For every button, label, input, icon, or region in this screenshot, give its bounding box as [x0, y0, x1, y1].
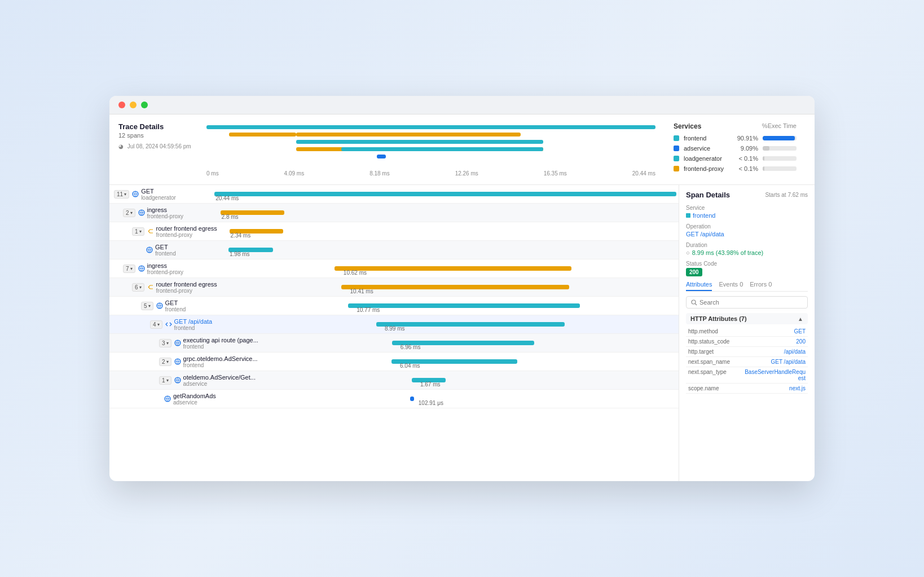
service-pct-frontend: 90.91% [736, 135, 758, 142]
span-name-12: getRandomAds adservice [173, 393, 247, 406]
span-row-8[interactable]: 4 ▾ GET /api/data frontend [109, 315, 679, 334]
service-bar-fill-adservice [763, 146, 769, 151]
span-duration-3: 2.34 ms [231, 232, 251, 239]
services-title: Services [674, 122, 701, 130]
search-input[interactable] [699, 299, 803, 306]
span-count-3[interactable]: 1 ▾ [132, 227, 144, 236]
span-duration-9: 6.96 ms [401, 344, 421, 350]
span-count-5[interactable]: 7 ▾ [123, 265, 135, 273]
ov-bar-4 [296, 140, 543, 144]
span-bar-12 [410, 397, 415, 401]
span-indent-1: 11 ▾ GET loadgenerator [112, 188, 214, 201]
globe-icon-2 [138, 209, 146, 217]
span-indent-10: 2 ▾ grpc.oteldemo.AdService... fron [112, 355, 258, 368]
span-details-header: Span Details Starts at 7.62 ms [686, 191, 808, 199]
service-color-dot [686, 213, 690, 218]
detail-duration: Duration ○ 8.99 ms (43.98% of trace) [686, 242, 808, 256]
service-pct-loadgenerator: < 0.1% [736, 155, 758, 162]
span-indent-12: getRandomAds adservice [112, 393, 247, 406]
span-row-7: 5 ▾ GET frontend [109, 297, 679, 315]
span-indent-4: GET frontend [112, 244, 228, 257]
span-timeline-6: 10.41 ms [230, 278, 676, 296]
span-name-5: ingress frontend-proxy [147, 262, 221, 275]
globe-icon-9 [174, 339, 182, 347]
span-count-11[interactable]: 1 ▾ [159, 376, 171, 385]
detail-service-label: Service [686, 205, 808, 211]
span-name-11: oteldemo.AdService/Get... adservice [183, 374, 257, 387]
detail-service-value: frontend [693, 212, 715, 219]
trace-timeline-area: 0 ms 4.09 ms 8.18 ms 12.26 ms 16.35 ms 2… [206, 122, 655, 177]
span-name-2: ingress frontend-proxy [147, 206, 221, 219]
span-count-9[interactable]: 3 ▾ [159, 339, 171, 347]
span-duration-6: 10.41 ms [350, 288, 373, 294]
service-bar-adservice [763, 146, 797, 151]
route-icon-1 [147, 227, 155, 235]
span-duration-12: 102.91 μs [419, 400, 443, 406]
span-row-3: 1 ▾ router frontend egress frontend-prox… [109, 222, 679, 241]
span-duration-11: 1.67 ms [420, 381, 441, 387]
span-count-8[interactable]: 4 ▾ [150, 320, 162, 329]
attr-list: http.method GET http.status_code 200 htt… [686, 327, 808, 394]
span-name-9: executing api route (page... frontend [183, 337, 258, 350]
detail-duration-value: 8.99 ms (43.98% of trace) [692, 249, 764, 256]
dot-yellow[interactable] [130, 102, 137, 108]
service-pct-frontend-proxy: < 0.1% [736, 165, 758, 172]
span-indent-2: 2 ▾ ingress frontend-proxy [112, 206, 221, 219]
span-count-1[interactable]: 11 ▾ [114, 190, 129, 199]
attr-row-next-span-name: next.span_name GET /api/data [686, 357, 808, 367]
tab-events[interactable]: Events 0 [719, 281, 743, 291]
globe-icon-12 [164, 395, 171, 403]
service-bar-fill-loadgenerator [763, 156, 764, 161]
main-content: Trace Details 12 spans ◕ Jul 08, 2024 04… [109, 114, 815, 481]
svg-point-9 [692, 300, 696, 304]
spans-list: 11 ▾ GET loadgenerator [109, 185, 679, 481]
bottom-section: 11 ▾ GET loadgenerator [109, 185, 815, 481]
service-dot-loadgenerator [674, 156, 679, 161]
service-dot-frontend-proxy [674, 166, 679, 171]
service-bar-loadgenerator [763, 156, 797, 161]
trace-spans-count: 12 spans [118, 132, 197, 139]
search-box[interactable] [686, 296, 808, 309]
services-panel: Services %Exec Time frontend 90.91% [665, 122, 806, 177]
ov-bar-6 [341, 147, 543, 151]
span-duration-7: 10.77 ms [357, 307, 380, 313]
span-count-6[interactable]: 6 ▾ [132, 283, 144, 292]
span-row-12: getRandomAds adservice 102.91 μs [109, 390, 679, 408]
timeline-bars-overview [206, 125, 655, 168]
service-dot-frontend [674, 135, 679, 141]
span-name-3: router frontend egress frontend-proxy [156, 225, 230, 238]
span-bar-6 [341, 285, 569, 289]
service-name-frontend-proxy: frontend-proxy [684, 165, 731, 172]
span-timeline-2: 2.8 ms [221, 204, 676, 222]
span-count-2[interactable]: 2 ▾ [123, 209, 135, 217]
tab-attributes[interactable]: Attributes [686, 281, 712, 291]
ov-bar-3 [296, 133, 521, 136]
detail-operation: Operation GET /api/data [686, 223, 808, 237]
span-name-7: GET frontend [165, 299, 239, 312]
service-row-frontend-proxy: frontend-proxy < 0.1% [674, 165, 797, 172]
globe-icon-1 [131, 190, 139, 198]
span-timeline-8: 8.99 ms [248, 315, 676, 333]
tabs-row: Attributes Events 0 Errors 0 [686, 281, 808, 292]
service-row-adservice: adservice 9.09% [674, 145, 797, 152]
dot-red[interactable] [118, 102, 125, 108]
span-count-10[interactable]: 2 ▾ [159, 358, 171, 366]
code-icon-8 [165, 320, 173, 328]
attr-group-header[interactable]: HTTP Attributes (7) ▲ [686, 313, 808, 324]
dot-green[interactable] [141, 102, 148, 108]
timeline-scale: 0 ms 4.09 ms 8.18 ms 12.26 ms 16.35 ms 2… [206, 170, 655, 177]
span-starts-at: Starts at 7.62 ms [765, 192, 808, 198]
span-count-7[interactable]: 5 ▾ [141, 302, 153, 310]
span-timeline-5: 10.62 ms [221, 259, 676, 278]
span-row-6: 6 ▾ router frontend egress frontend-prox… [109, 278, 679, 297]
services-list: frontend 90.91% adservice 9.09% [674, 135, 797, 172]
span-bar-5 [335, 266, 571, 271]
span-timeline-7: 10.77 ms [239, 297, 676, 315]
tab-errors[interactable]: Errors 0 [750, 281, 772, 291]
svg-line-10 [696, 303, 697, 305]
globe-icon-7 [156, 302, 164, 310]
span-indent-6: 6 ▾ router frontend egress frontend-prox… [112, 281, 230, 294]
span-timeline-10: 6.04 ms [258, 353, 676, 371]
service-dot-adservice [674, 146, 679, 151]
attr-row-status-code: http.status_code 200 [686, 337, 808, 347]
